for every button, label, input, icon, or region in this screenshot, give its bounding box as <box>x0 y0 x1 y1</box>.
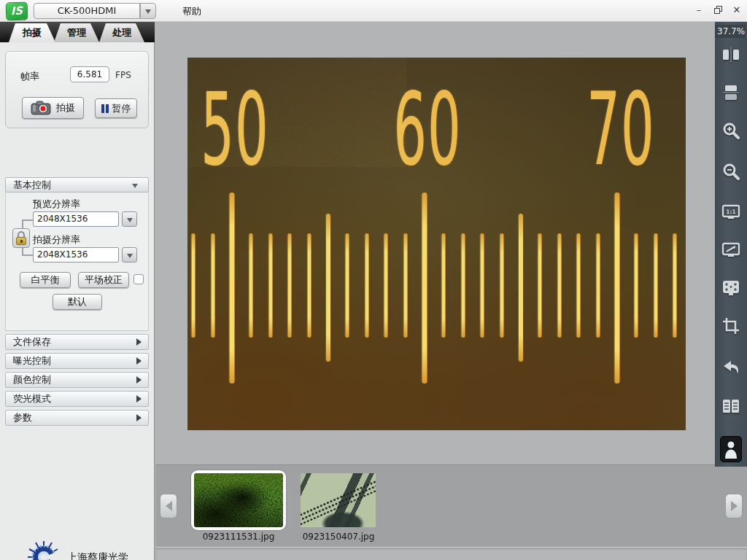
compare-horizontal-icon[interactable] <box>721 45 740 64</box>
white-balance-button[interactable]: 白平衡 <box>20 272 71 288</box>
ruler-tick <box>500 233 503 338</box>
section-file-save[interactable]: 文件保存 <box>5 334 149 350</box>
ruler-tick <box>596 233 600 338</box>
thumbnail-filename: 0923150407.jpg <box>280 532 397 542</box>
section-label: 参数 <box>13 412 32 423</box>
resolution-link-line <box>22 219 33 221</box>
capture-button[interactable]: 拍摄 <box>22 97 84 119</box>
pause-button-label: 暂停 <box>112 102 131 115</box>
capture-resolution-combo[interactable]: 2048X1536 <box>33 247 137 262</box>
ruler-tick <box>268 233 272 338</box>
pause-button[interactable]: 暂停 <box>95 98 137 118</box>
ruler-tick <box>635 233 638 338</box>
brand-starburst-icon <box>26 540 61 560</box>
preview-resolution-combo[interactable]: 2048X1536 <box>33 211 137 227</box>
restore-icon <box>714 6 722 14</box>
tab-capture[interactable]: 拍摄 <box>9 23 55 42</box>
section-parameters[interactable]: 参数 <box>5 410 149 426</box>
expand-icon <box>136 395 142 402</box>
expand-icon <box>136 357 142 365</box>
capture-resolution-dropdown-button[interactable] <box>122 247 137 262</box>
status-strip <box>155 547 747 560</box>
framerate-input[interactable]: 6.581 <box>70 66 109 82</box>
ruler-tick <box>249 233 253 338</box>
device-selector[interactable]: CK-500HDMI <box>34 3 156 19</box>
view-toolbar: 37.7% 1:1 <box>715 22 747 467</box>
thumbnail-filename: 0923111531.jpg <box>180 532 297 542</box>
chevron-down-icon <box>127 253 133 257</box>
pause-icon <box>101 104 109 113</box>
tab-bar: 拍摄 管理 处理 <box>0 22 155 42</box>
close-button[interactable]: ✕ <box>731 4 743 16</box>
thumbnail-selected[interactable] <box>191 470 286 530</box>
ruler-tick <box>615 192 620 384</box>
resolution-link-line <box>22 254 33 256</box>
ruler-tick <box>192 233 196 338</box>
default-button[interactable]: 默认 <box>53 294 102 310</box>
capture-button-label: 拍摄 <box>56 101 75 114</box>
title-bar: IS CK-500HDMI 帮助 – ✕ <box>0 0 747 22</box>
menu-help[interactable]: 帮助 <box>182 5 201 18</box>
section-label: 曝光控制 <box>13 355 51 366</box>
section-label: 文件保存 <box>13 336 51 347</box>
expand-icon <box>136 414 142 421</box>
live-preview-image[interactable]: 506070 <box>187 58 686 430</box>
section-label: 颜色控制 <box>13 374 51 385</box>
compare-vertical-icon[interactable] <box>721 83 740 102</box>
app-logo: IS <box>6 1 28 20</box>
device-selector-dropdown-button[interactable] <box>140 3 156 19</box>
ruler-tick <box>384 233 388 338</box>
ruler-number: 60 <box>393 79 461 180</box>
device-selector-value[interactable]: CK-500HDMI <box>34 3 140 19</box>
crop-icon[interactable] <box>721 316 740 335</box>
flat-field-checkbox[interactable] <box>133 274 144 284</box>
tab-manage[interactable]: 管理 <box>54 23 99 42</box>
scroll-right-button[interactable] <box>725 494 743 518</box>
ruler-tick <box>307 233 311 338</box>
actual-size-icon[interactable]: 1:1 <box>721 203 740 222</box>
ruler-tick <box>346 233 349 338</box>
capture-resolution-label: 拍摄分辨率 <box>33 233 80 246</box>
ruler-tick <box>461 233 465 338</box>
ruler-tick <box>442 233 446 338</box>
minimize-button[interactable]: – <box>693 4 705 16</box>
section-exposure-control[interactable]: 曝光控制 <box>5 353 149 369</box>
user-icon[interactable] <box>720 436 742 462</box>
window-controls: – ✕ <box>693 4 743 16</box>
capture-resolution-value[interactable]: 2048X1536 <box>33 247 119 262</box>
restore-button[interactable] <box>712 4 724 16</box>
arrow-left-icon <box>166 501 172 511</box>
section-fluorescence-mode[interactable]: 荧光模式 <box>5 391 149 407</box>
ruler-tick <box>288 233 292 338</box>
section-color-control[interactable]: 颜色控制 <box>5 372 149 388</box>
ruler-number: 70 <box>587 79 654 180</box>
ruler-tick <box>519 214 523 362</box>
ruler-tick <box>230 192 235 384</box>
zoom-out-icon[interactable] <box>721 162 740 181</box>
ruler-tick <box>557 233 561 338</box>
preview-resolution-dropdown-button[interactable] <box>122 211 137 227</box>
preview-resolution-value[interactable]: 2048X1536 <box>33 211 119 227</box>
svg-text:1:1: 1:1 <box>726 209 735 215</box>
framerate-group: 帧率 6.581 FPS 拍摄 暂停 <box>5 51 149 128</box>
capture-panel: 帧率 6.581 FPS 拍摄 暂停 基本控制 <box>0 42 155 560</box>
thumbnail[interactable] <box>301 473 376 527</box>
undo-icon[interactable] <box>721 359 740 378</box>
zoom-in-icon[interactable] <box>721 121 740 140</box>
resolution-lock-button[interactable] <box>12 228 30 248</box>
basic-control-header[interactable]: 基本控制 <box>5 177 149 192</box>
fit-window-icon[interactable] <box>721 241 740 260</box>
section-label: 荧光模式 <box>13 393 51 404</box>
scroll-left-button[interactable] <box>160 494 177 518</box>
collapse-icon <box>132 183 138 187</box>
flat-field-button[interactable]: 平场校正 <box>78 272 129 288</box>
app-window: IS CK-500HDMI 帮助 – ✕ 拍摄 管理 处理 帧率 6.581 F… <box>0 0 747 560</box>
tab-process[interactable]: 处理 <box>99 23 144 42</box>
preview-resolution-label: 预览分辨率 <box>33 198 80 211</box>
ruler-tick <box>211 233 214 338</box>
ruler-tick <box>481 233 484 338</box>
framerate-unit: FPS <box>115 70 131 80</box>
full-screen-icon[interactable] <box>721 279 740 298</box>
image-browser-icon[interactable] <box>721 397 740 416</box>
zoom-level-label: 37.7% <box>715 25 746 38</box>
